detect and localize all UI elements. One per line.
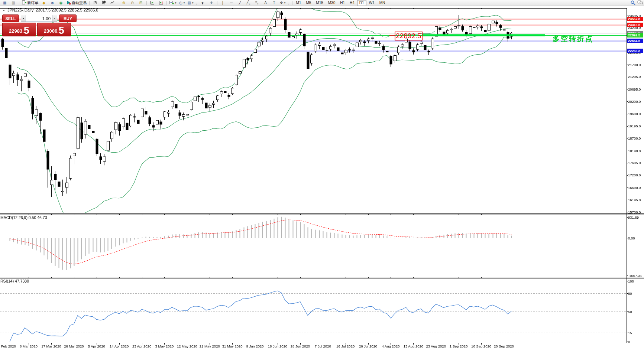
sell-button[interactable]: SELL	[2, 14, 19, 22]
chevron-down-icon[interactable]: ▾	[192, 1, 194, 4]
new-chart-button[interactable]: ▦	[1, 0, 9, 6]
horizontal-line-button[interactable]: ─	[227, 0, 236, 6]
mql-community-button[interactable]: ☻	[48, 0, 56, 6]
new-order-button[interactable]: 新订单	[21, 0, 39, 6]
autotrading-button[interactable]: 自动交易	[65, 0, 88, 6]
chart-symbol-period: JPN225-,Daily	[7, 8, 33, 12]
sell-price-main: 22983.	[9, 27, 24, 35]
templates-icon: ▧	[188, 1, 191, 5]
profiles-icon: ▥	[12, 1, 15, 5]
macd-indicator-label: MACD(12,26,9) 0.50 46.73	[0, 215, 47, 220]
macd-tick-label: 0.00	[628, 236, 635, 240]
periods-button[interactable]: ◷▾	[178, 0, 186, 6]
price-tick-label: 21205.0	[628, 75, 641, 79]
tile-windows-button[interactable]: ⊞	[137, 0, 145, 6]
timeframe-H1-button[interactable]: H1	[338, 0, 347, 6]
mql-community-icon: ☻	[51, 1, 55, 5]
chevron-down-icon[interactable]: ▾	[284, 1, 286, 4]
buy-price-display[interactable]: 23006.5	[37, 23, 71, 36]
rsi-tick-label: 80	[628, 291, 632, 296]
price-tick-label: 15700.0	[628, 210, 641, 214]
price-tick-label: 17695.0	[628, 161, 641, 165]
toolbar-drag-handle[interactable]	[196, 1, 198, 5]
candlestick-chart-button[interactable]	[100, 0, 108, 6]
price-tick-label: 18700.0	[628, 136, 641, 140]
rsi-tick-label: 15	[628, 331, 632, 335]
chat-icon[interactable]	[637, 0, 643, 5]
chart-shift-icon	[159, 0, 163, 6]
chart-canvas[interactable]	[0, 0, 644, 349]
chevron-down-icon[interactable]: ▾	[175, 1, 177, 4]
sell-price-big-digit: 5	[24, 26, 29, 35]
timeframe-M15-button[interactable]: M15	[314, 0, 325, 6]
date-tick-label: 9 Jun 2020	[246, 344, 264, 348]
volume-increase-button[interactable]: ▲	[52, 15, 57, 22]
timeframe-M1-button[interactable]: M1	[294, 0, 304, 6]
vertical-line-button[interactable]: │	[219, 0, 227, 6]
fibonacci-retracement-icon: ≡F	[255, 0, 259, 6]
zoom-in-icon: ⊕	[122, 1, 125, 5]
buy-button[interactable]: BUY	[59, 14, 77, 22]
date-tick-label: 7 Jul 2020	[315, 344, 331, 348]
timeframe-M30-button[interactable]: M30	[326, 0, 337, 6]
toolbar-drag-handle[interactable]	[288, 1, 290, 5]
signals-icon: ◉	[59, 1, 63, 5]
timeframe-D1-button[interactable]: D1	[357, 0, 366, 6]
indicators-list-button[interactable]: ▾	[168, 0, 178, 6]
zoom-out-button[interactable]: ⊖	[128, 0, 136, 6]
timeframe-M5-button[interactable]: M5	[304, 0, 313, 6]
zoom-in-button[interactable]: ⊕	[120, 0, 128, 6]
bar-chart-button[interactable]	[91, 0, 99, 6]
chart-shift-button[interactable]	[157, 0, 165, 6]
timeframe-W1-button[interactable]: W1	[367, 0, 377, 6]
price-tick-label: 17200.0	[628, 173, 641, 177]
tile-windows-icon: ⊞	[139, 1, 142, 5]
price-tick-label: 16690.0	[628, 186, 641, 190]
auto-scroll-button[interactable]	[148, 0, 156, 6]
crosshair-button[interactable]: ✛	[207, 0, 216, 6]
window-tools	[630, 0, 643, 5]
date-tick-label: 14 Apr 2020	[110, 344, 129, 348]
fibonacci-retracement-button[interactable]: ≡F	[253, 0, 261, 6]
line-chart-button[interactable]	[108, 0, 116, 6]
date-tick-label: 26 Mar 2020	[64, 344, 84, 348]
timeframe-H4-button[interactable]: H4	[347, 0, 357, 6]
new-order-icon	[22, 0, 26, 6]
equidistant-channel-button[interactable]: ╱E	[245, 0, 253, 6]
metaeditor-button[interactable]: ◆	[40, 0, 48, 6]
price-tick-label: 21700.0	[628, 63, 641, 67]
text-label-button[interactable]: T	[270, 0, 278, 6]
search-icon[interactable]	[630, 0, 636, 5]
cursor-button[interactable]: ➤	[199, 0, 207, 6]
buy-price-main: 23006.	[44, 27, 59, 35]
date-tick-label: 31 May 2020	[222, 344, 243, 348]
signals-button[interactable]: ◉	[57, 0, 65, 6]
toolbar-separator	[19, 1, 19, 5]
toolbar: ▦▥新订单◆☻◉自动交易⊕⊖⊞▾◷▾▧▾➤✛│─╱╱E≡FAT❖▾M1M5M15…	[0, 0, 644, 6]
volume-decrease-button[interactable]: ▼	[21, 15, 26, 22]
arrows-icon: ❖	[280, 1, 283, 5]
toolbar-separator	[89, 1, 90, 5]
date-tick-label: 18 Jun 2020	[268, 344, 287, 348]
toolbar-separator	[118, 1, 118, 5]
buy-price-big-digit: 5	[59, 26, 64, 35]
new-order-label: 新订单	[27, 0, 38, 6]
toolbar-separator	[292, 1, 292, 5]
sell-price-display[interactable]: 22983.5	[2, 23, 36, 36]
text-button[interactable]: A	[262, 0, 270, 6]
one-click-trading-panel: SELL ▼ ▲ BUY 22983.5 23006.5	[2, 14, 77, 36]
new-chart-icon: ▦	[3, 1, 6, 5]
annotation-text-object[interactable]: 多空转折点	[553, 34, 593, 44]
arrows-button[interactable]: ❖▾	[279, 0, 287, 6]
price-tick-label: 20695.0	[628, 87, 641, 91]
timeframe-MN-button[interactable]: MN	[377, 0, 388, 6]
volume-input[interactable]	[26, 15, 52, 22]
trendline-button[interactable]: ╱	[236, 0, 244, 6]
profiles-button[interactable]: ▥	[9, 0, 17, 6]
rsi-indicator-label: RSI(14) 47.7380	[0, 279, 29, 283]
macd-tick-label: -1667.31	[628, 274, 642, 278]
templates-button[interactable]: ▧▾	[187, 0, 195, 6]
price-callout-object[interactable]: 22892.5	[395, 32, 423, 40]
toolbar-separator	[217, 1, 217, 5]
chevron-down-icon[interactable]: ▾	[184, 1, 185, 4]
